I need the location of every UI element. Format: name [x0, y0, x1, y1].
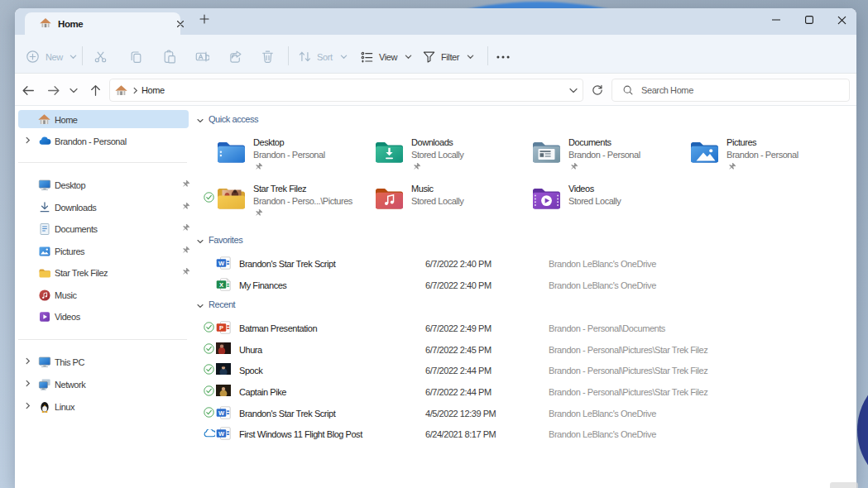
svg-text:X: X: [219, 280, 223, 288]
svg-text:W: W: [218, 409, 225, 416]
svg-text:P: P: [219, 323, 223, 331]
svg-text:W: W: [218, 429, 225, 437]
svg-text:W: W: [218, 259, 225, 266]
